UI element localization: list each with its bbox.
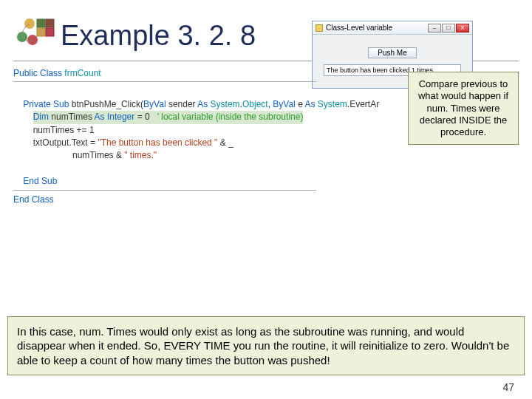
str-times: " times."	[124, 150, 157, 160]
kw-dim: Dim	[33, 112, 52, 122]
kw-as: As	[197, 99, 210, 109]
code-area: Compare previous to what would happen if…	[13, 67, 519, 245]
stmt-increment: numTimes += 1	[33, 125, 95, 135]
kw-as2: As	[304, 99, 317, 109]
callout-compare: Compare previous to what would happen if…	[408, 72, 519, 145]
id-eventargs: EvertAr	[349, 99, 379, 109]
kw-end-sub: End Sub	[23, 176, 57, 186]
maximize-button[interactable]: □	[442, 24, 455, 33]
window-title: Class-Level variable	[326, 24, 392, 32]
close-button[interactable]: X	[456, 24, 469, 33]
str-clicked: "The button has been clicked "	[98, 137, 217, 148]
amp-cont: & _	[217, 137, 233, 148]
comment-local: ' local variable (inside the subroutine)	[157, 112, 304, 122]
id-numtimes2: numTimes &	[72, 150, 124, 160]
stmt-assign: txtOutput.Text =	[33, 137, 98, 148]
page-number: 47	[502, 381, 514, 393]
kw-as-integer: As Integer	[95, 112, 135, 122]
slide-title: Example 3. 2. 8	[61, 20, 256, 52]
kw-private-sub: Private Sub	[23, 99, 71, 109]
id-numtimes: numTimes	[51, 112, 94, 122]
ty-object: Object	[242, 99, 268, 109]
ty-system2: System	[318, 99, 347, 109]
titlebar: Class-Level variable – □ X	[313, 21, 472, 35]
id-sender: sender	[166, 99, 198, 109]
code-divider-2	[13, 190, 316, 191]
svg-rect-3	[46, 28, 54, 36]
kw-byval2: ByVal	[273, 99, 295, 109]
slide: Example 3. 2. 8 Class-Level variable – □…	[0, 0, 532, 399]
callout-explanation: In this case, num. Times would only exis…	[7, 316, 525, 376]
app-icon	[316, 24, 323, 32]
window-controls: – □ X	[428, 24, 469, 33]
id-e: e	[296, 99, 305, 109]
id-frmcount: frmCount	[64, 68, 100, 78]
svg-rect-2	[37, 28, 45, 36]
eq-zero: = 0	[134, 112, 157, 122]
ty-system: System	[211, 99, 240, 109]
kw-public-class: Public Class	[13, 68, 64, 78]
svg-rect-0	[37, 19, 45, 27]
minimize-button[interactable]: –	[428, 24, 441, 33]
push-me-button[interactable]: Push Me	[368, 47, 416, 58]
kw-end-class: End Class	[13, 194, 54, 205]
code-divider-1	[13, 81, 316, 82]
id-handler: btnPushMe_Click(	[72, 99, 143, 109]
kw-byval: ByVal	[143, 99, 166, 109]
svg-rect-1	[46, 19, 54, 27]
highlighted-line: Dim numTimes As Integer = 0 ' local vari…	[33, 111, 304, 123]
slide-logo-icon	[13, 15, 55, 56]
